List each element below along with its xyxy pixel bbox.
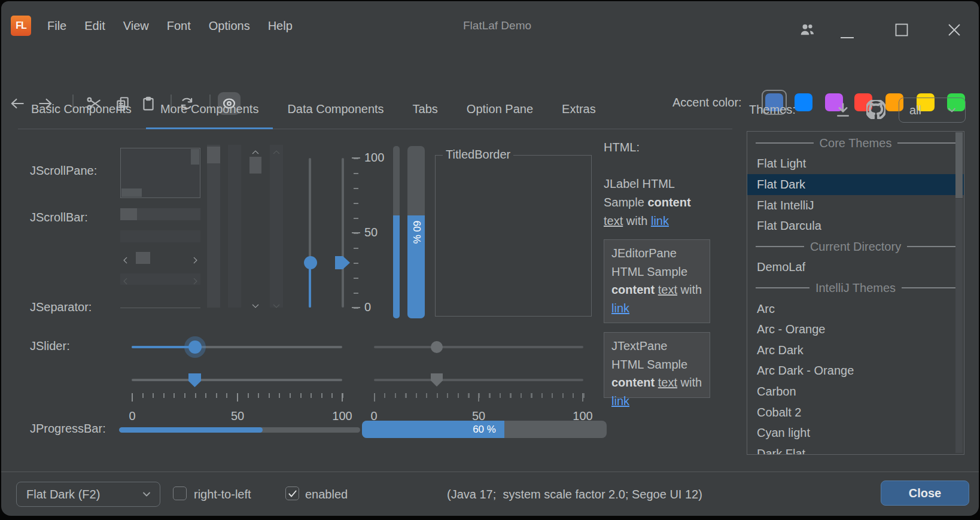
jtextpane-link[interactable]: link	[611, 394, 629, 408]
slider-1-thumb[interactable]	[188, 340, 202, 354]
slider-4-ticks	[374, 393, 585, 398]
jscrollpane-label: JScrollPane:	[30, 164, 97, 178]
close-button[interactable]: Close	[881, 481, 969, 506]
slider-1-fill	[132, 346, 195, 348]
jscrollbar-label: JScrollBar:	[30, 211, 88, 224]
menu-edit[interactable]: Edit	[75, 18, 114, 34]
tick	[582, 393, 583, 402]
hscrollbar-1-thumb[interactable]	[120, 208, 137, 220]
tab-option-pane[interactable]: Option Pane	[452, 91, 547, 129]
chevron-up-icon[interactable]	[251, 146, 260, 154]
html-heading: HTML:	[604, 141, 640, 154]
theme-filter-combobox[interactable]: all	[899, 98, 966, 123]
slider-3-track-disabled	[374, 346, 583, 348]
chevron-down-icon[interactable]	[251, 299, 260, 308]
theme-item-cobalt-2[interactable]: Cobalt 2	[747, 402, 964, 423]
jtextpane-html[interactable]: JTextPane HTML Sample content text with …	[604, 332, 710, 398]
app-window: FL File Edit View Font Options Help Flat…	[1, 1, 979, 516]
vscale-50: 50	[364, 226, 378, 239]
progress-fill	[119, 427, 263, 433]
github-icon[interactable]	[866, 100, 884, 118]
theme-item-arc-dark-orange[interactable]: Arc Dark - Orange	[747, 361, 964, 382]
theme-item-arc-dark[interactable]: Arc Dark	[747, 340, 964, 361]
slider-4-thumb-disabled	[431, 373, 443, 387]
scrollpane-horizontal-thumb[interactable]	[121, 188, 142, 197]
minimize-button[interactable]	[841, 29, 854, 43]
theme-item-demolaf[interactable]: DemoLaf	[747, 257, 964, 278]
maximize-button[interactable]	[895, 23, 908, 39]
vscrollbar-1[interactable]	[207, 145, 220, 308]
hscrollbar-3-with-buttons[interactable]	[120, 252, 200, 264]
jlabel-link[interactable]: link	[651, 214, 669, 227]
chevron-right-icon[interactable]	[191, 254, 199, 262]
hscrollbar-4-disabled	[120, 273, 200, 285]
jeditorpane-html[interactable]: JEditorPane HTML Sample content text wit…	[604, 239, 710, 323]
tick	[374, 393, 375, 402]
vscrollbar-3-with-buttons[interactable]	[248, 145, 263, 308]
menu-view[interactable]: View	[114, 18, 158, 34]
right-to-left-checkbox[interactable]	[173, 486, 187, 500]
theme-item-cyan-light[interactable]: Cyan light	[747, 422, 964, 443]
menu-file[interactable]: File	[38, 18, 75, 34]
chevron-left-icon[interactable]	[121, 254, 130, 262]
menu-options[interactable]: Options	[200, 18, 259, 34]
titled-border-panel: TitledBorder	[435, 155, 592, 317]
vslider-2-thumb[interactable]	[335, 256, 350, 269]
menu-help[interactable]: Help	[259, 18, 302, 34]
themes-scrollbar-track[interactable]	[955, 199, 963, 453]
scrollpane-demo[interactable]	[120, 148, 200, 198]
laf-selector-value: Flat Dark (F2)	[26, 488, 100, 501]
tab-strip: Basic Components More Components Data Co…	[17, 91, 610, 129]
chevron-down-icon	[141, 488, 153, 500]
slider-2-track[interactable]	[132, 379, 342, 381]
theme-item-flat-intellij[interactable]: Flat IntelliJ	[747, 195, 964, 216]
jeditorpane-link[interactable]: link	[611, 302, 629, 315]
close-window-button[interactable]	[948, 23, 961, 39]
tab-extras[interactable]: Extras	[547, 91, 610, 129]
vslider-2-track[interactable]	[342, 158, 344, 308]
enabled-checkbox[interactable]	[285, 486, 299, 500]
vertical-progressbar-thin	[393, 146, 400, 318]
users-icon[interactable]	[798, 22, 816, 41]
accent-swatch-blue[interactable]	[795, 93, 812, 111]
check-icon	[287, 488, 298, 499]
theme-item-flat-light[interactable]: Flat Light	[747, 154, 964, 175]
vscrollbar-3-thumb[interactable]	[249, 157, 261, 174]
theme-item-flat-dark[interactable]: Flat Dark	[747, 174, 964, 195]
theme-item-carbon[interactable]: Carbon	[747, 381, 964, 402]
tick	[237, 393, 238, 402]
scrollpane-vertical-thumb[interactable]	[191, 149, 199, 165]
scale-100: 100	[324, 409, 360, 423]
slider-2-thumb[interactable]	[188, 373, 201, 387]
themes-scrollbar-thumb[interactable]	[955, 132, 963, 198]
tick	[132, 393, 133, 402]
ch evron-down-icon	[272, 299, 281, 308]
theme-item-dark-flat[interactable]: Dark Flat	[747, 443, 964, 455]
tick	[352, 307, 360, 308]
laf-selector-combobox[interactable]: Flat Dark (F2)	[16, 482, 160, 507]
themes-list: Core Themes Flat Light Flat Dark Flat In…	[747, 131, 964, 455]
vscrollbar-4-disabled	[270, 145, 283, 308]
accent-color-label: Accent color:	[672, 96, 742, 110]
download-icon[interactable]	[834, 101, 852, 119]
vslider-1-thumb[interactable]	[304, 256, 317, 269]
jseparator-label: JSeparator:	[30, 300, 92, 314]
vscrollbar-2-disabled	[228, 145, 241, 308]
theme-item-arc[interactable]: Arc	[747, 299, 964, 320]
theme-item-arc-orange[interactable]: Arc - Orange	[747, 319, 964, 340]
theme-item-flat-darcula[interactable]: Flat Darcula	[747, 215, 964, 236]
app-logo: FL	[11, 16, 31, 36]
tab-tabs[interactable]: Tabs	[398, 91, 452, 129]
theme-group-current-directory: Current Directory	[747, 236, 964, 257]
hscrollbar-2-disabled	[120, 230, 200, 242]
menu-font[interactable]: Font	[158, 18, 200, 34]
vscrollbar-1-thumb[interactable]	[207, 147, 220, 163]
scale-0: 0	[114, 409, 150, 423]
tab-more-components[interactable]: More Components	[146, 91, 273, 129]
vslider-1-fill	[309, 263, 311, 308]
tab-data-components[interactable]: Data Components	[273, 91, 398, 129]
hscrollbar-3-thumb[interactable]	[136, 252, 150, 264]
tick	[478, 393, 479, 402]
tab-basic-components[interactable]: Basic Components	[17, 91, 146, 129]
hscrollbar-1[interactable]	[120, 208, 200, 220]
